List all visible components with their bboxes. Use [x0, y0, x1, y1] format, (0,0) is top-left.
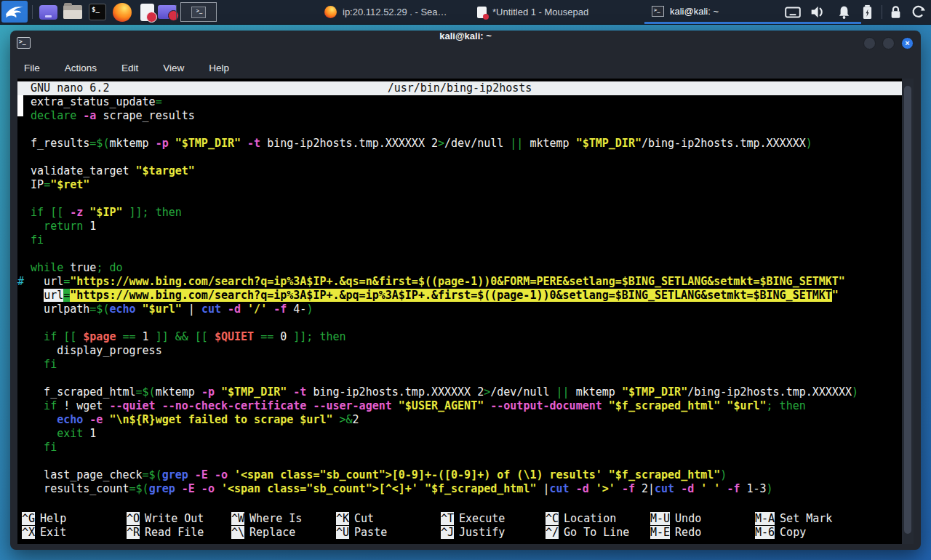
kali-logo-icon	[4, 3, 25, 20]
close-button[interactable]: ×	[901, 37, 914, 49]
firefox-icon	[113, 3, 132, 22]
top-panel: $_ >_ ip:20.112.52.29 . - Sea… *Untitled…	[0, 0, 931, 25]
tray-volume-icon[interactable]	[809, 0, 826, 24]
taskbar-item-mousepad[interactable]: *Untitled 1 - Mousepad	[470, 0, 642, 24]
menu-file[interactable]: File	[20, 60, 44, 76]
code-line	[17, 316, 902, 330]
panel-separator	[176, 5, 177, 19]
nano-shortcut: M-ASet Mark	[755, 512, 860, 526]
tray-lock-icon[interactable]	[889, 0, 903, 24]
minimize-button[interactable]	[863, 37, 876, 49]
nano-shortcut: ^TExecute	[441, 512, 546, 526]
maximize-button[interactable]	[882, 37, 895, 49]
terminal-icon: $_	[89, 4, 106, 20]
terminal-icon: >_	[652, 6, 664, 17]
taskbar-item-terminal[interactable]: >_ kali@kali: ~	[644, 0, 861, 24]
nano-shortcut: ^WWhere Is	[231, 512, 336, 526]
code-line: f_scraped_html=$(mktemp -p "$TMP_DIR" -t…	[17, 385, 902, 399]
nano-shortcut: ^XExit	[22, 526, 127, 540]
code-line: f_results=$(mktemp -p "$TMP_DIR" -t bing…	[17, 137, 902, 151]
terminal-window-icon: >_	[191, 7, 206, 18]
code-area: extra_status_update= declare -a scrape_r…	[17, 95, 902, 496]
tray-display-icon[interactable]	[784, 0, 802, 24]
nano-shortcut: ^\Replace	[231, 526, 336, 540]
nano-shortcut: ^UPaste	[336, 526, 441, 540]
scrollbar-track[interactable]	[902, 79, 914, 544]
code-line	[17, 123, 902, 137]
menu-actions[interactable]: Actions	[60, 60, 101, 76]
code-line	[17, 192, 902, 206]
nano-shortcut: M-UUndo	[650, 512, 755, 526]
document-pencil-icon	[477, 7, 487, 18]
code-line	[17, 372, 902, 385]
code-line: validate_target "$target"	[17, 164, 902, 178]
code-line	[17, 247, 902, 261]
panel-separator	[32, 5, 33, 19]
nano-shortcut: ^OWrite Out	[127, 512, 231, 526]
folder-icon	[63, 5, 82, 19]
menu-view[interactable]: View	[159, 60, 188, 76]
code-line: urlpath=$(echo "$url" | cut -d '/' -f 4-…	[17, 303, 902, 316]
code-line: fi	[17, 233, 902, 247]
launcher-file-manager[interactable]	[61, 2, 84, 22]
code-line: while true; do	[17, 261, 902, 275]
nano-shortcut: ^GHelp	[22, 512, 127, 526]
launcher-terminal[interactable]: $_	[86, 2, 109, 22]
code-line	[17, 455, 902, 468]
code-line: last_page_check=$(grep -E -o '<span clas…	[17, 468, 902, 482]
code-line: if [[ -z "$IP" ]]; then	[17, 206, 902, 220]
taskbar-title: kali@kali: ~	[670, 6, 719, 17]
tray-battery-icon[interactable]	[861, 0, 874, 24]
document-pencil-icon	[140, 4, 154, 21]
code-line: declare -a scrape_results	[17, 109, 902, 123]
launcher-window-manager[interactable]	[36, 2, 60, 22]
menu-edit[interactable]: Edit	[117, 60, 143, 76]
code-line: extra_status_update=	[17, 95, 902, 109]
terminal-window: >_ kali@kali: ~ × File Actions Edit View…	[10, 31, 921, 550]
code-line: fi	[17, 358, 902, 372]
firefox-icon	[324, 6, 337, 18]
nano-shortcut: ^/Go To Line	[546, 526, 650, 540]
screen-recorder-icon	[158, 5, 177, 19]
window-title: kali@kali: ~	[10, 31, 921, 57]
code-line: display_progress	[17, 344, 902, 358]
code-line: if [[ $page == 1 ]] && [[ $QUIET == 0 ]]…	[17, 330, 902, 344]
code-line: if ! wget --quiet --no-check-certificate…	[17, 399, 902, 413]
scrollbar-thumb[interactable]	[904, 86, 911, 534]
code-line: results_count=$(grep -E -o '<span class=…	[17, 482, 902, 496]
terminal-content[interactable]: GNU nano 6.2 /usr/bin/bing-ip2hosts extr…	[17, 79, 902, 544]
tray-power-icon[interactable]	[911, 0, 926, 24]
taskbar-item-firefox[interactable]: ip:20.112.52.29 . - Sea…	[317, 0, 467, 24]
taskbar-title: *Untitled 1 - Mousepad	[492, 7, 588, 17]
code-line	[17, 151, 902, 164]
launcher-firefox[interactable]	[111, 2, 134, 22]
window-icon	[39, 5, 57, 20]
nano-shortcut: ^JJustify	[441, 526, 546, 540]
code-line: IP="$ret"	[17, 178, 902, 192]
nano-filename: /usr/bin/bing-ip2hosts	[17, 81, 902, 95]
nano-shortcut: ^KCut	[336, 512, 441, 526]
code-line: fi	[17, 441, 902, 455]
window-list-button[interactable]: >_	[180, 2, 217, 22]
panel-separator	[882, 5, 882, 19]
nano-title-bar: GNU nano 6.2 /usr/bin/bing-ip2hosts	[17, 81, 902, 95]
nano-shortcut: ^RRead File	[127, 526, 231, 540]
code-line: return 1	[17, 220, 902, 233]
code-line: echo -e "\n${R}wget failed to scrape $ur…	[17, 413, 902, 427]
code-line: # url="https://www.bing.com/search?q=ip%…	[17, 275, 902, 289]
taskbar-title: ip:20.112.52.29 . - Sea…	[343, 7, 447, 17]
tray-notifications-icon[interactable]	[836, 0, 852, 24]
kali-menu-button[interactable]	[1, 1, 28, 23]
nano-shortcut: M-6Copy	[755, 526, 860, 540]
nano-shortcut: ^CLocation	[546, 512, 650, 526]
menu-help[interactable]: Help	[204, 60, 233, 76]
code-line: exit 1	[17, 427, 902, 441]
menu-bar: File Actions Edit View Help	[10, 57, 930, 79]
window-titlebar[interactable]: >_ kali@kali: ~ ×	[10, 31, 921, 57]
code-line: url="https://www.bing.com/search?q=ip%3A…	[17, 289, 902, 303]
nano-shortcut-bar: ^GHelp^OWrite Out^WWhere Is^KCut^TExecut…	[22, 512, 895, 540]
nano-shortcut: M-ERedo	[650, 526, 755, 540]
desktop: $_ >_ ip:20.112.52.29 . - Sea… *Untitled…	[0, 0, 931, 560]
